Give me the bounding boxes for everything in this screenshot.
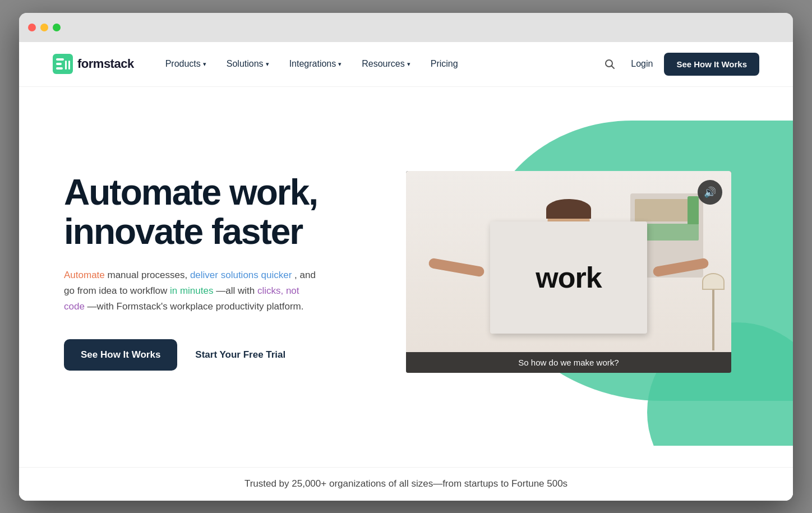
nav-pricing-label: Pricing bbox=[431, 59, 458, 69]
login-button[interactable]: Login bbox=[631, 59, 653, 69]
nav-item-integrations[interactable]: Integrations ▾ bbox=[280, 54, 351, 73]
nav-solutions-label: Solutions bbox=[227, 59, 264, 69]
hero-right: work So how do we make work? 🔊 bbox=[378, 171, 759, 373]
trusted-bar: Trusted by 25,000+ organizations of all … bbox=[19, 467, 793, 501]
sound-icon: 🔊 bbox=[704, 186, 716, 198]
video-caption: So how do we make work? bbox=[406, 352, 731, 373]
hero-buttons: See How It Works Start Your Free Trial bbox=[64, 339, 356, 371]
search-button[interactable] bbox=[599, 54, 620, 74]
navbar: formstack Products ▾ Solutions ▾ Integra… bbox=[19, 42, 793, 87]
shelf-plant bbox=[688, 196, 699, 224]
nav-integrations-label: Integrations bbox=[289, 59, 336, 69]
desc-text-4: —with Formstack's workplace productivity… bbox=[87, 301, 304, 312]
hero-title: Automate work, innovate faster bbox=[64, 173, 356, 252]
chevron-down-icon: ▾ bbox=[203, 61, 206, 68]
traffic-light-yellow[interactable] bbox=[40, 24, 48, 31]
hero-secondary-button[interactable]: Start Your Free Trial bbox=[195, 349, 285, 361]
desc-text-1: manual processes, bbox=[108, 270, 190, 280]
nav-resources-label: Resources bbox=[362, 59, 404, 69]
nav-item-pricing[interactable]: Pricing bbox=[422, 54, 467, 73]
svg-rect-4 bbox=[65, 61, 67, 70]
sound-toggle-button[interactable]: 🔊 bbox=[698, 180, 722, 205]
browser-window: formstack Products ▾ Solutions ▾ Integra… bbox=[19, 13, 793, 501]
hero-title-line2: innovate faster bbox=[64, 211, 302, 252]
nav-cta-button[interactable]: See How It Works bbox=[664, 53, 759, 76]
hero-section: Automate work, innovate faster Automate … bbox=[19, 87, 793, 446]
formstack-logo-icon bbox=[53, 54, 73, 74]
nav-right: Login See How It Works bbox=[599, 53, 759, 76]
nav-links: Products ▾ Solutions ▾ Integrations ▾ Re… bbox=[156, 54, 600, 73]
lamp-pole bbox=[712, 289, 714, 350]
trusted-text: Trusted by 25,000+ organizations of all … bbox=[244, 478, 568, 489]
video-sign-text: work bbox=[536, 261, 601, 294]
person-hair bbox=[546, 199, 591, 219]
video-sign: work bbox=[490, 221, 647, 334]
desc-highlight-1: Automate bbox=[64, 270, 105, 280]
traffic-light-red[interactable] bbox=[28, 24, 36, 31]
hero-primary-button[interactable]: See How It Works bbox=[64, 339, 177, 371]
svg-rect-1 bbox=[56, 58, 64, 61]
video-caption-text: So how do we make work? bbox=[518, 358, 619, 367]
svg-rect-2 bbox=[56, 63, 62, 65]
logo-text: formstack bbox=[77, 57, 134, 71]
chevron-down-icon: ▾ bbox=[266, 61, 269, 68]
browser-titlebar bbox=[19, 13, 793, 42]
svg-rect-5 bbox=[68, 61, 70, 70]
nav-item-solutions[interactable]: Solutions ▾ bbox=[218, 54, 278, 73]
video-container[interactable]: work So how do we make work? 🔊 bbox=[406, 171, 731, 373]
traffic-light-green[interactable] bbox=[53, 24, 61, 31]
hero-title-line1: Automate work, bbox=[64, 172, 317, 212]
chevron-down-icon: ▾ bbox=[407, 61, 410, 68]
logo-area[interactable]: formstack bbox=[53, 54, 134, 74]
nav-item-products[interactable]: Products ▾ bbox=[156, 54, 215, 73]
nav-item-resources[interactable]: Resources ▾ bbox=[353, 54, 419, 73]
chevron-down-icon: ▾ bbox=[338, 61, 342, 68]
svg-line-7 bbox=[612, 66, 615, 69]
browser-content: formstack Products ▾ Solutions ▾ Integra… bbox=[19, 42, 793, 501]
desc-highlight-3: in minutes bbox=[170, 285, 213, 296]
svg-rect-3 bbox=[56, 67, 63, 70]
desc-text-3: —all with bbox=[216, 285, 257, 296]
nav-products-label: Products bbox=[165, 59, 201, 69]
hero-left: Automate work, innovate faster Automate … bbox=[64, 173, 356, 371]
search-icon bbox=[604, 58, 615, 70]
lamp-shade bbox=[702, 273, 725, 290]
desc-highlight-2: deliver solutions quicker bbox=[190, 270, 292, 280]
hero-description: Automate manual processes, deliver solut… bbox=[64, 267, 322, 315]
